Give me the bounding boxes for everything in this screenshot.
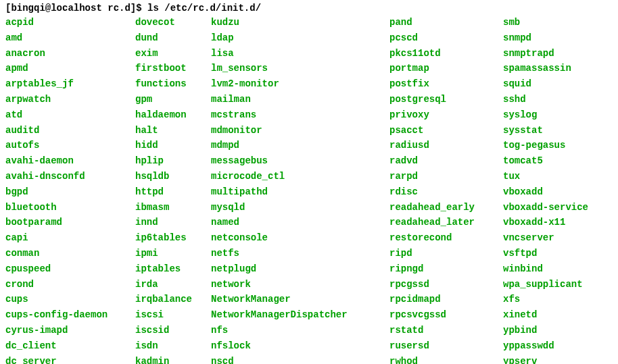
file-entry: halt [135,123,211,138]
file-entry: iscsid [135,323,211,338]
file-entry: sshd [503,92,588,107]
file-entry: ripd [389,246,503,261]
file-entry: squid [503,76,588,92]
file-entry: radiusd [389,138,503,153]
file-entry: dund [135,30,211,46]
file-entry: radvd [389,153,503,169]
file-entry: arptables_jf [5,76,135,92]
file-entry: snmpd [503,30,588,46]
file-entry: vsftpd [503,246,588,261]
file-entry: netfs [211,246,389,261]
file-entry: mdmonitor [211,123,389,138]
file-entry: yppasswdd [503,338,588,354]
file-entry: messagebus [211,153,389,169]
file-entry: autofs [5,138,135,153]
file-entry: readahead_later [389,215,503,230]
file-entry: syslog [503,107,588,123]
file-entry: tux [503,169,588,184]
file-entry: dc_client [5,338,135,354]
file-entry: rpcidmapd [389,292,503,307]
file-entry: atd [5,107,135,123]
file-entry: iscsi [135,307,211,323]
file-entry: rpcgssd [389,277,503,292]
file-entry: bgpd [5,184,135,200]
file-entry: hplip [135,153,211,169]
file-entry: httpd [135,184,211,200]
file-entry: NetworkManagerDispatcher [211,307,389,323]
file-entry: dovecot [135,15,211,30]
file-entry: winbind [503,261,588,277]
file-entry: ip6tables [135,230,211,246]
file-entry: xfs [503,292,588,307]
file-entry: lisa [211,46,389,61]
file-entry: multipathd [211,184,389,200]
file-entry: haldaemon [135,107,211,123]
file-entry: dc_server [5,354,135,364]
file-entry: avahi-daemon [5,153,135,169]
file-entry: restorecond [389,230,503,246]
file-entry: wpa_supplicant [503,277,588,292]
file-entry: portmap [389,61,503,76]
file-entry: tog-pegasus [503,138,588,153]
file-entry: innd [135,215,211,230]
file-entry: anacron [5,46,135,61]
file-entry: xinetd [503,307,588,323]
file-entry: rusersd [389,338,503,354]
file-entry: bootparamd [5,215,135,230]
file-entry: pkcs11otd [389,46,503,61]
file-entry: lm_sensors [211,61,389,76]
file-entry: netconsole [211,230,389,246]
file-entry: bluetooth [5,200,135,215]
file-entry: exim [135,46,211,61]
file-entry: cyrus-imapd [5,323,135,338]
listing-column-4: pandpcscdpkcs11otdportmappostfixpostgres… [389,15,503,364]
file-entry: nfs [211,323,389,338]
file-entry: snmptrapd [503,46,588,61]
file-entry: cups [5,292,135,307]
file-entry: capi [5,230,135,246]
file-entry: mysqld [211,200,389,215]
file-entry: spamassassin [503,61,588,76]
file-entry: rpcsvcgssd [389,307,503,323]
file-entry: rwhod [389,354,503,364]
file-entry: crond [5,277,135,292]
file-entry: amd [5,30,135,46]
file-entry: rstatd [389,323,503,338]
file-entry: irda [135,277,211,292]
file-entry: netplugd [211,261,389,277]
file-entry: mailman [211,92,389,107]
file-entry: ypbind [503,323,588,338]
listing-column-2: dovecotdundeximfirstbootfunctionsgpmhald… [135,15,211,364]
file-entry: vboxadd [503,184,588,200]
listing-column-1: acpidamdanacronapmdarptables_jfarpwatcha… [5,15,135,364]
file-entry: postfix [389,76,503,92]
file-entry: kadmin [135,354,211,364]
file-entry: functions [135,76,211,92]
file-entry: cpuspeed [5,261,135,277]
file-entry: gpm [135,92,211,107]
file-entry: ypserv [503,354,588,364]
file-entry: ipmi [135,246,211,261]
file-entry: sysstat [503,123,588,138]
file-entry: firstboot [135,61,211,76]
file-entry: kudzu [211,15,389,30]
terminal-prompt: [bingqi@localhost rc.d]$ ls /etc/rc.d/in… [5,3,613,14]
file-entry: conman [5,246,135,261]
file-entry: privoxy [389,107,503,123]
file-entry: avahi-dnsconfd [5,169,135,184]
file-entry: postgresql [389,92,503,107]
file-entry: smb [503,15,588,30]
file-entry: readahead_early [389,200,503,215]
file-entry: mcstrans [211,107,389,123]
file-entry: ripngd [389,261,503,277]
file-entry: arpwatch [5,92,135,107]
file-entry: nscd [211,354,389,364]
file-entry: vboxadd-service [503,200,588,215]
file-entry: NetworkManager [211,292,389,307]
file-entry: isdn [135,338,211,354]
directory-listing: acpidamdanacronapmdarptables_jfarpwatcha… [5,15,613,364]
file-entry: named [211,215,389,230]
file-entry: tomcat5 [503,153,588,169]
listing-column-3: kudzuldaplisalm_sensorslvm2-monitormailm… [211,15,389,364]
file-entry: ibmasm [135,200,211,215]
